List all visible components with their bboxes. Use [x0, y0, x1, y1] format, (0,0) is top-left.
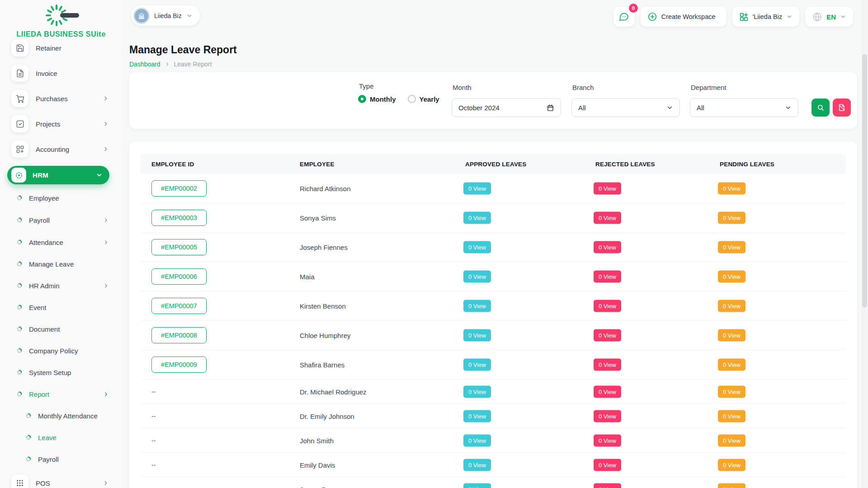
table-row: #EMP00002 Richard Atkinson 0 View 0 View… [141, 174, 846, 203]
sidebar-item-system-setup[interactable]: System Setup [11, 361, 112, 383]
workspace-avatar [133, 8, 150, 24]
workspace-switcher[interactable]: 'Liieda Biz [732, 7, 800, 27]
pending-view-badge[interactable]: 0 View [718, 300, 745, 312]
rejected-leaves-cell: 0 View [594, 459, 621, 471]
sidebar-item-monthly-attendance[interactable]: Monthly Attendance [11, 405, 112, 427]
employee-id-button[interactable]: #EMP00006 [151, 268, 207, 285]
pending-view-badge[interactable]: 0 View [718, 434, 745, 446]
create-workspace-button[interactable]: Create Workspace [641, 7, 726, 27]
clear-filters-button[interactable] [833, 99, 851, 117]
approved-leaves-cell: 0 View [463, 212, 491, 224]
sidebar-item-accounting[interactable]: Accounting [11, 136, 112, 162]
approved-view-badge[interactable]: 0 View [463, 434, 491, 446]
approved-view-badge[interactable]: 0 View [463, 483, 491, 488]
approved-leaves-cell: 0 View [463, 300, 491, 312]
branch-select[interactable]: All [571, 98, 680, 117]
sidebar-item-purchases[interactable]: Purchases [11, 86, 112, 111]
employee-id-button[interactable]: #EMP00003 [151, 210, 207, 226]
breadcrumb-dashboard-link[interactable]: Dashboard [129, 61, 160, 68]
employee-id-button[interactable]: -- [151, 461, 156, 469]
sidebar-item-payroll-report[interactable]: Payroll [11, 448, 112, 470]
sidebar-item-pos[interactable]: POS [11, 470, 112, 488]
employee-id-cell: #EMP00005 [151, 239, 207, 255]
rejected-view-badge[interactable]: 0 View [594, 434, 621, 446]
sidebar-item-payroll[interactable]: Payroll [11, 209, 112, 231]
sidebar-item-attendance[interactable]: Attendance [11, 231, 112, 253]
rejected-view-badge[interactable]: 0 View [594, 329, 621, 342]
approved-view-badge[interactable]: 0 View [463, 241, 491, 253]
radio-yearly[interactable]: Yearly [408, 95, 439, 103]
sidebar-item-report[interactable]: Report [11, 383, 112, 405]
page-scrollbar[interactable] [861, 0, 868, 488]
rejected-view-badge[interactable]: 0 View [594, 300, 621, 312]
pending-view-badge[interactable]: 0 View [718, 271, 745, 283]
pending-view-badge[interactable]: 0 View [718, 183, 745, 195]
invoice-icon [11, 65, 28, 82]
radio-monthly[interactable]: Monthly [358, 95, 396, 103]
donut-icon [17, 370, 22, 375]
rejected-view-badge[interactable]: 0 View [594, 183, 621, 195]
employee-id-button[interactable]: -- [151, 413, 156, 420]
sidebar-item-hr-admin[interactable]: HR Admin [11, 275, 112, 296]
rejected-view-badge[interactable]: 0 View [594, 410, 621, 422]
pending-view-badge[interactable]: 0 View [718, 483, 745, 488]
chevron-right-icon [103, 480, 109, 486]
pending-view-badge[interactable]: 0 View [718, 385, 745, 398]
approved-view-badge[interactable]: 0 View [463, 212, 491, 224]
pending-leaves-cell: 0 View [718, 385, 745, 398]
workspace-selector[interactable]: Liieda Biz [131, 5, 200, 26]
approved-view-badge[interactable]: 0 View [463, 359, 491, 371]
messages-button[interactable]: 0 [613, 7, 635, 27]
employee-name: Dr. Michael Rodriguez [300, 388, 367, 395]
department-select[interactable]: All [690, 98, 798, 117]
sidebar-item-retainer[interactable]: Retainer [11, 35, 112, 61]
pending-view-badge[interactable]: 0 View [718, 410, 745, 422]
pending-view-badge[interactable]: 0 View [718, 241, 745, 253]
rejected-view-badge[interactable]: 0 View [594, 459, 621, 471]
approved-view-badge[interactable]: 0 View [463, 385, 491, 398]
rejected-view-badge[interactable]: 0 View [594, 212, 621, 224]
pending-view-badge[interactable]: 0 View [718, 359, 745, 371]
pending-view-badge[interactable]: 0 View [718, 212, 745, 224]
pending-view-badge[interactable]: 0 View [718, 329, 745, 342]
calendar-icon[interactable] [547, 104, 554, 112]
employee-id-button[interactable]: -- [151, 486, 156, 488]
language-selector[interactable]: EN [805, 7, 853, 27]
sidebar-item-leave-active[interactable]: Leave [11, 427, 112, 448]
sidebar-item-hrm-active[interactable]: HRM [7, 166, 109, 184]
sidebar-item-document[interactable]: Document [11, 318, 112, 340]
scrollbar-thumb[interactable] [862, 54, 867, 307]
rejected-view-badge[interactable]: 0 View [594, 271, 621, 283]
rejected-view-badge[interactable]: 0 View [594, 483, 621, 488]
table-row: -- John Smith 0 View 0 View 0 View [141, 428, 846, 453]
rejected-view-badge[interactable]: 0 View [594, 241, 621, 253]
pending-leaves-cell: 0 View [718, 300, 745, 312]
approved-view-badge[interactable]: 0 View [463, 183, 491, 195]
employee-id-button[interactable]: #EMP00002 [151, 180, 207, 197]
employee-id-button[interactable]: -- [151, 437, 156, 444]
employee-name: Emily Davis [300, 461, 335, 469]
approved-view-badge[interactable]: 0 View [463, 459, 491, 471]
sidebar-item-company-policy[interactable]: Company Policy [11, 340, 112, 361]
sidebar-item-projects[interactable]: Projects [11, 111, 112, 136]
employee-id-button[interactable]: #EMP00007 [151, 298, 207, 314]
approved-view-badge[interactable]: 0 View [463, 410, 491, 422]
sidebar-item-label: Invoice [36, 70, 57, 77]
employee-id-button[interactable]: #EMP00008 [151, 327, 207, 343]
sidebar-item-invoice[interactable]: Invoice [11, 61, 112, 86]
rejected-view-badge[interactable]: 0 View [594, 385, 621, 398]
approved-view-badge[interactable]: 0 View [463, 300, 491, 312]
approved-view-badge[interactable]: 0 View [463, 271, 491, 283]
employee-id-button[interactable]: -- [151, 388, 156, 395]
pending-view-badge[interactable]: 0 View [718, 459, 745, 471]
sidebar-item-event[interactable]: Event [11, 296, 112, 318]
sidebar-item-label: POS [36, 479, 50, 487]
employee-id-button[interactable]: #EMP00005 [151, 239, 207, 255]
rejected-view-badge[interactable]: 0 View [594, 359, 621, 371]
sidebar-item-employee[interactable]: Employee [11, 187, 112, 209]
employee-id-button[interactable]: #EMP00009 [151, 357, 207, 373]
month-input[interactable]: October 2024 [452, 98, 561, 117]
sidebar-item-manage-leave[interactable]: Manage Leave [11, 253, 112, 275]
search-button[interactable] [811, 99, 830, 117]
approved-view-badge[interactable]: 0 View [463, 329, 491, 342]
